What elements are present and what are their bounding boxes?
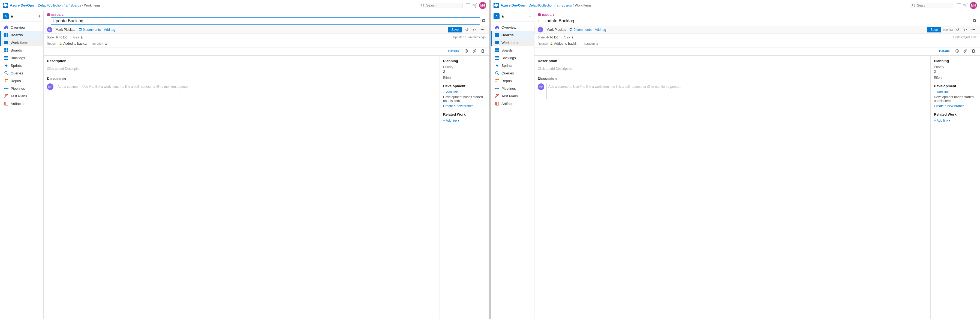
breadcrumb-defaultcollection[interactable]: DefaultCollection bbox=[38, 3, 63, 7]
wi-title-input[interactable] bbox=[541, 17, 971, 25]
basket-icon[interactable]: 🛒 bbox=[963, 3, 968, 8]
details-tab[interactable]: Details bbox=[446, 49, 461, 54]
comment-input[interactable]: Add a comment. Use # to link a work item… bbox=[56, 83, 436, 99]
add-link-button[interactable]: + Add link bbox=[934, 90, 949, 94]
priority-value[interactable]: 2 bbox=[934, 70, 977, 74]
save-button[interactable]: Save bbox=[927, 27, 941, 32]
priority-value[interactable]: 2 bbox=[443, 70, 486, 74]
reason-value[interactable]: 🔒 Added to backl... bbox=[550, 42, 578, 46]
add-tag-button[interactable]: Add tag bbox=[104, 28, 115, 32]
search-box[interactable] bbox=[419, 3, 463, 8]
sidebar-item-sprints[interactable]: Sprints bbox=[0, 62, 43, 69]
comments-link[interactable]: 0 comments bbox=[570, 28, 592, 32]
link-icon[interactable] bbox=[962, 49, 968, 54]
create-branch-link[interactable]: Create a new branch bbox=[443, 104, 473, 108]
basket-icon[interactable]: 🛒 bbox=[472, 3, 477, 8]
sidebar-item-work-items[interactable]: Work Items bbox=[491, 39, 534, 46]
list-view-icon[interactable] bbox=[466, 3, 470, 8]
undo-button[interactable]: ↩ bbox=[472, 27, 477, 32]
sidebar-item-overview[interactable]: Overview bbox=[491, 24, 534, 31]
sidebar-item-artifacts[interactable]: Artifacts bbox=[491, 100, 534, 108]
app-logo[interactable]: Azure DevOps bbox=[3, 3, 34, 8]
breadcrumb-a[interactable]: a bbox=[66, 3, 68, 7]
sidebar-item-boards[interactable]: Boards bbox=[491, 31, 534, 39]
refresh-button[interactable]: ↺ bbox=[955, 27, 960, 32]
lightning-icon bbox=[495, 63, 499, 68]
sidebar-label-artifacts: Artifacts bbox=[11, 102, 24, 106]
search-input[interactable] bbox=[426, 3, 459, 7]
effort-label: Effort bbox=[443, 76, 486, 79]
sidebar-item-queries[interactable]: Queries bbox=[0, 69, 43, 77]
wi-number: 1 bbox=[47, 19, 49, 23]
user-avatar[interactable]: MH bbox=[479, 2, 486, 9]
refresh-button[interactable]: ↺ bbox=[464, 27, 469, 32]
state-value[interactable]: To Do bbox=[56, 35, 67, 39]
delete-icon[interactable] bbox=[480, 49, 486, 54]
comment-user-avatar: MP bbox=[538, 83, 544, 90]
breadcrumb-boards[interactable]: Boards bbox=[562, 3, 572, 7]
sidebar-item-overview[interactable]: Overview bbox=[0, 24, 43, 31]
sidebar-item-test-plans[interactable]: Test Plans bbox=[0, 92, 43, 100]
area-value[interactable]: a bbox=[571, 35, 573, 39]
updated-text: Updated 10 minutes ago bbox=[453, 35, 486, 39]
more-options-button[interactable]: ••• bbox=[970, 27, 977, 32]
sidebar-item-test-plans[interactable]: Test Plans bbox=[491, 92, 534, 100]
sidebar-item-boards[interactable]: Boards bbox=[0, 31, 43, 39]
list-view-icon[interactable] bbox=[956, 3, 961, 8]
link-icon[interactable] bbox=[471, 49, 477, 54]
breadcrumb-defaultcollection[interactable]: DefaultCollection bbox=[529, 3, 554, 7]
add-project-button[interactable]: + bbox=[529, 14, 531, 19]
wi-copy-button[interactable] bbox=[973, 19, 977, 24]
sidebar-item-backlogs[interactable]: Backlogs bbox=[491, 54, 534, 62]
more-options-button[interactable]: ••• bbox=[479, 27, 486, 32]
create-branch-link[interactable]: Create a new branch bbox=[934, 104, 964, 108]
user-avatar[interactable]: MH bbox=[970, 2, 977, 9]
sidebar-item-pipelines[interactable]: Pipelines bbox=[491, 84, 534, 92]
related-work-add-link[interactable]: + Add link ▾ bbox=[443, 119, 459, 122]
description-area[interactable]: Click to add Description bbox=[538, 65, 927, 72]
history-icon[interactable] bbox=[463, 49, 469, 54]
sidebar-item-queries[interactable]: Queries bbox=[491, 69, 534, 77]
iteration-value[interactable]: a bbox=[105, 42, 107, 46]
add-project-button[interactable]: + bbox=[38, 14, 41, 19]
delete-icon[interactable] bbox=[970, 49, 977, 54]
undo-button[interactable]: ↩ bbox=[963, 27, 968, 32]
add-tag-button[interactable]: Add tag bbox=[595, 28, 606, 32]
search-box[interactable] bbox=[910, 3, 953, 8]
save-button[interactable]: Save bbox=[448, 27, 462, 32]
svg-line-1 bbox=[423, 6, 424, 6]
related-work-add-link[interactable]: + Add link ▾ bbox=[934, 119, 950, 122]
sidebar-item-boards2[interactable]: Boards bbox=[0, 46, 43, 54]
topbar-actions: 🛒 MH bbox=[956, 2, 977, 9]
wi-copy-button[interactable] bbox=[482, 19, 486, 24]
sidebar-item-backlogs[interactable]: Backlogs bbox=[0, 54, 43, 62]
area-value[interactable]: a bbox=[81, 35, 83, 39]
add-link-button[interactable]: + Add link bbox=[443, 90, 458, 94]
breadcrumb-a[interactable]: a bbox=[557, 3, 558, 7]
sidebar-item-repos[interactable]: Repos bbox=[491, 77, 534, 84]
related-work-title: Related Work bbox=[934, 112, 977, 116]
app-logo[interactable]: Azure DevOps bbox=[493, 3, 525, 8]
iteration-value[interactable]: a bbox=[597, 42, 598, 46]
comments-link[interactable]: 0 comments bbox=[78, 28, 100, 32]
details-tab[interactable]: Details bbox=[937, 49, 952, 54]
sidebar-item-artifacts[interactable]: Artifacts bbox=[0, 100, 43, 108]
history-icon[interactable] bbox=[954, 49, 960, 54]
wi-title-input[interactable] bbox=[51, 17, 480, 25]
sidebar-item-work-items[interactable]: Work Items bbox=[0, 39, 43, 46]
breadcrumb-boards[interactable]: Boards bbox=[71, 3, 81, 7]
sidebar-item-pipelines[interactable]: Pipelines bbox=[0, 84, 43, 92]
svg-rect-77 bbox=[973, 50, 975, 52]
sidebar-item-boards2[interactable]: Boards bbox=[491, 46, 534, 54]
state-value[interactable]: To Do bbox=[546, 35, 558, 39]
breadcrumb-sep2: / bbox=[69, 3, 70, 7]
sidebar-label-backlogs: Backlogs bbox=[501, 56, 516, 60]
reason-value[interactable]: 🔒 Added to back... bbox=[59, 42, 87, 46]
sidebar-item-repos[interactable]: Repos bbox=[0, 77, 43, 84]
comment-input[interactable]: Add a comment. Use # to link a work item… bbox=[546, 83, 927, 99]
area-field: Area a bbox=[564, 35, 573, 39]
repo-icon bbox=[495, 79, 499, 83]
description-area[interactable]: Click to add Description bbox=[47, 65, 436, 72]
sidebar-item-sprints[interactable]: Sprints bbox=[491, 62, 534, 69]
search-input[interactable] bbox=[917, 3, 950, 7]
